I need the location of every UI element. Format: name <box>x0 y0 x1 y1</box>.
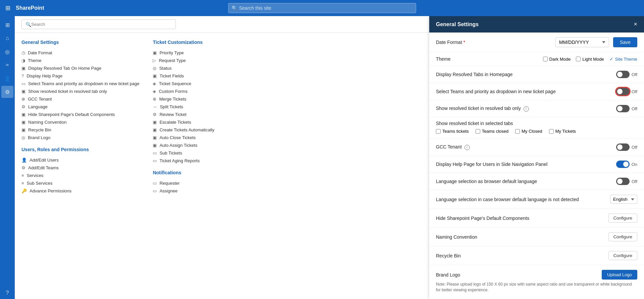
top-search-input[interactable] <box>228 3 416 13</box>
nav-item-add-teams[interactable]: ⚙Add/Edit Teams <box>21 164 139 172</box>
nav-item-auto-assign[interactable]: ▣Auto Assign Tickets <box>153 141 247 149</box>
gcc-toggle[interactable] <box>616 143 630 151</box>
display-resolved-toggle-wrapper: Off <box>616 71 637 78</box>
gcc-tenant-row: GCC Tenant i Off <box>429 139 644 156</box>
language-fallback-select[interactable]: English French Spanish German <box>610 195 637 204</box>
nav-item-sub-services[interactable]: ≡Sub Services <box>21 179 139 187</box>
nav-item-language[interactable]: ⚙Language <box>21 103 139 111</box>
teams-closed-checkbox-item[interactable]: Teams closed <box>476 129 508 134</box>
users-icon: 👤 <box>4 75 11 82</box>
nav-item-requester[interactable]: ▭Requester <box>153 179 247 187</box>
nav-item-priority-type[interactable]: ▣Priority Type <box>153 49 247 57</box>
naming-icon: ▣ <box>21 120 26 125</box>
nav-search-input[interactable] <box>21 19 176 29</box>
my-tickets-checkbox-item[interactable]: My Tickets <box>549 129 576 134</box>
naming-convention-configure-button[interactable]: Configure <box>608 232 637 241</box>
nav-item-add-users[interactable]: 👤Add/Edit Users <box>21 156 139 164</box>
nav-item-split-tickets[interactable]: ↔Split Tickets <box>153 103 247 111</box>
panel-close-button[interactable]: × <box>634 21 637 28</box>
nav-item-sub-tickets[interactable]: ▭Sub Tickets <box>153 149 247 157</box>
requester-icon: ▭ <box>153 181 157 186</box>
nav-section-title-users: Users, Roles and Permissions <box>21 147 139 152</box>
hide-icon: ▣ <box>21 112 26 117</box>
gcc-icon: ⊕ <box>21 97 25 102</box>
gcc-toggle-wrapper: Off <box>616 143 637 151</box>
sidebar-item-users[interactable]: 👤 <box>1 72 13 84</box>
nav-item-status[interactable]: ◎Status <box>153 64 247 72</box>
nav-item-assignee[interactable]: ▭Assignee <box>153 187 247 195</box>
recycle-bin-configure-button[interactable]: Configure <box>608 251 637 260</box>
grid-icon[interactable]: ⊞ <box>4 3 12 13</box>
light-mode-checkbox[interactable] <box>576 57 581 61</box>
review-icon: ⚙ <box>153 112 157 117</box>
nav-item-create-auto[interactable]: ▣Create Tickets Automatically <box>153 126 247 134</box>
nav-item-aging-reports[interactable]: ▭Ticket Aging Reports <box>153 157 247 165</box>
nav-item-recycle[interactable]: ▣Recycle Bin <box>21 126 139 134</box>
nav-item-hide-sharepoint[interactable]: ▣Hide Sharepoint Page's Default Componen… <box>21 111 139 118</box>
gcc-toggle-label: Off <box>632 145 637 150</box>
show-resolved-toggle[interactable] <box>616 105 630 112</box>
nav-item-brand-logo[interactable]: ◎Brand Logo <box>21 134 139 141</box>
priority-icon: ▣ <box>153 50 157 55</box>
save-button[interactable]: Save <box>613 37 637 47</box>
nav-item-teams-dropdown[interactable]: ▭Select Teams and priority as dropdown i… <box>21 80 139 87</box>
nav-item-naming[interactable]: ▣Naming Convention <box>21 118 139 126</box>
help-page-toggle[interactable] <box>616 161 630 168</box>
nav-item-display-resolved[interactable]: ▣Display Resolved Tab On Home Page <box>21 64 139 72</box>
sidebar-item-globe[interactable]: ◎ <box>1 46 13 58</box>
my-closed-checkbox[interactable] <box>515 129 520 134</box>
language-toggle[interactable] <box>616 178 630 185</box>
sidebar-item-help[interactable]: ? <box>1 287 13 299</box>
language-toggle-label: Off <box>632 179 637 184</box>
sidebar-item-apps[interactable]: ⊞ <box>1 19 13 31</box>
sidebar-item-analytics[interactable]: ≈ <box>1 59 13 71</box>
show-resolved-info-icon[interactable]: i <box>524 106 529 112</box>
nav-item-escalate[interactable]: ▣Escalate Tickets <box>153 118 247 126</box>
nav-item-review-ticket[interactable]: ⚙Review Ticket <box>153 111 247 118</box>
teams-closed-checkbox[interactable] <box>476 129 480 134</box>
sidebar-item-home[interactable]: ⌂ <box>1 32 13 44</box>
nav-item-ticket-fields[interactable]: ▣Ticket Fields <box>153 72 247 80</box>
teams-priority-toggle[interactable] <box>616 88 630 95</box>
nav-item-help-page[interactable]: ?Display Help Page <box>21 72 139 80</box>
nav-item-custom-forms[interactable]: ◈Custom Forms <box>153 87 247 95</box>
resolved-tabs-label: Show resolved ticket in selected tabs <box>436 121 637 126</box>
panel-header: General Settings × <box>429 16 644 33</box>
fields-icon: ▣ <box>153 73 157 78</box>
escalate-icon: ▣ <box>153 120 157 125</box>
nav-section-general: General Settings ◷Date Format ◑Theme ▣Di… <box>21 40 139 195</box>
display-help-page-label: Display Help Page for Users in Side Navi… <box>436 162 616 167</box>
nav-item-ticket-sequence[interactable]: ◈Ticket Sequence <box>153 80 247 87</box>
nav-item-gcc[interactable]: ⊕GCC Tenant <box>21 95 139 103</box>
language-fallback-row: Language selection in case browser defau… <box>429 190 644 209</box>
theme-light-mode[interactable]: Light Mode <box>576 57 604 62</box>
nav-item-services[interactable]: ≡Services <box>21 172 139 179</box>
recycle-bin-label: Recycle Bin <box>436 253 608 258</box>
display-resolved-toggle[interactable] <box>616 71 630 78</box>
upload-logo-button[interactable]: Upload Logo <box>602 270 637 280</box>
theme-site-theme[interactable]: ✓ Site Theme <box>609 56 637 62</box>
theme-row: Theme Dark Mode Light Mode ✓ Site Theme <box>429 52 644 66</box>
resolved-tabs-checkboxes: Teams tickets Teams closed My Closed <box>436 129 637 134</box>
nav-item-date-format[interactable]: ◷Date Format <box>21 49 139 57</box>
gcc-info-icon[interactable]: i <box>464 145 470 150</box>
theme-dark-mode[interactable]: Dark Mode <box>543 57 571 62</box>
dark-mode-checkbox[interactable] <box>543 57 548 61</box>
teams-tickets-checkbox[interactable] <box>436 129 441 134</box>
date-icon: ◷ <box>21 50 25 55</box>
hide-sharepoint-configure-button[interactable]: Configure <box>608 214 637 223</box>
my-closed-checkbox-item[interactable]: My Closed <box>515 129 542 134</box>
nav-item-advance-permissions[interactable]: 🔑Advance Permissions <box>21 187 139 195</box>
nav-item-auto-close[interactable]: ▣Auto Close Tickets <box>153 134 247 141</box>
nav-item-show-resolved[interactable]: ▣Show resolved ticket in resolved tab on… <box>21 87 139 95</box>
sidebar-item-settings[interactable]: ⚙ <box>1 86 13 98</box>
language-toggle-wrapper: Off <box>616 178 637 185</box>
nav-item-merge-tickets[interactable]: ⊕Merge Tickets <box>153 95 247 103</box>
date-format-select[interactable]: MM/DD/YYYY DD/MM/YYYY YYYY/MM/DD <box>555 37 609 47</box>
teams-tickets-checkbox-item[interactable]: Teams tickets <box>436 129 469 134</box>
nav-item-request-type[interactable]: ▷Request Type <box>153 57 247 64</box>
nav-item-theme[interactable]: ◑Theme <box>21 57 139 64</box>
right-panel: General Settings × Date Format * MM/DD/Y… <box>429 16 644 299</box>
display-resolved-tabs-row: Display Resolved Tabs in Homepage Off <box>429 66 644 83</box>
my-tickets-checkbox[interactable] <box>549 129 554 134</box>
